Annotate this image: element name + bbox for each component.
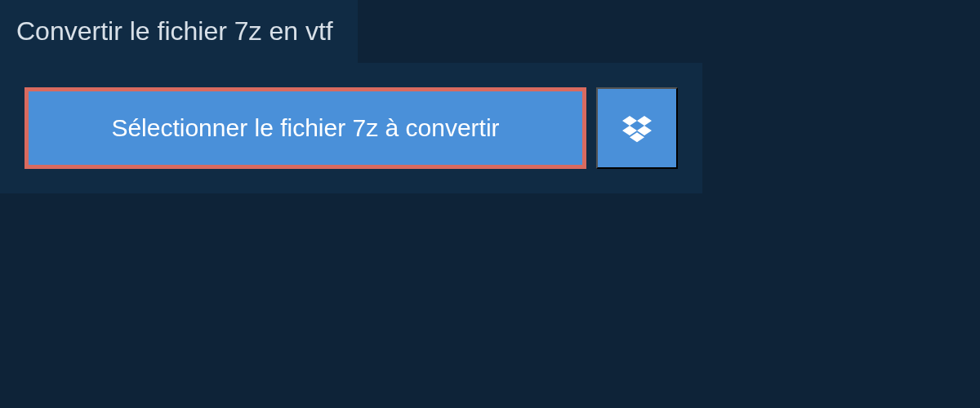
select-file-label: Sélectionner le fichier 7z à convertir bbox=[111, 114, 499, 141]
dropbox-button[interactable] bbox=[596, 87, 678, 169]
button-row: Sélectionner le fichier 7z à convertir bbox=[24, 87, 678, 169]
dropbox-icon bbox=[622, 113, 652, 143]
select-file-button[interactable]: Sélectionner le fichier 7z à convertir bbox=[24, 87, 586, 169]
page-title-tab: Convertir le fichier 7z en vtf bbox=[0, 0, 358, 63]
upload-panel: Sélectionner le fichier 7z à convertir bbox=[0, 63, 702, 193]
page-title: Convertir le fichier 7z en vtf bbox=[16, 16, 333, 46]
